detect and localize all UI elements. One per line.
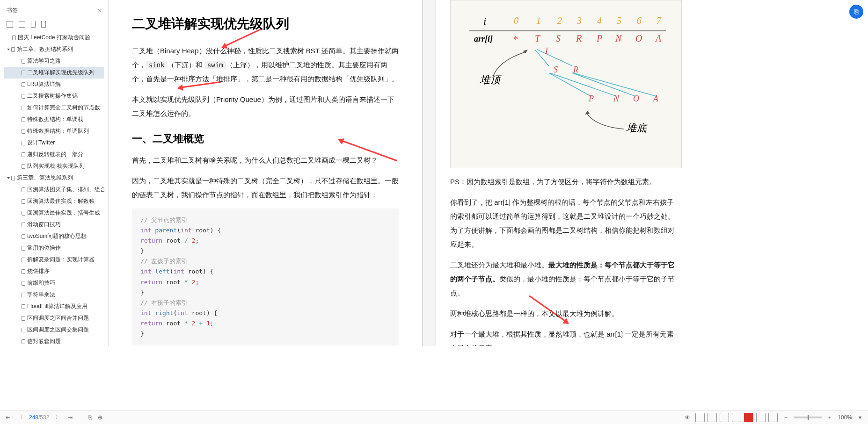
first-page-button[interactable]: ⇤ — [3, 412, 13, 423]
inline-code: sink — [146, 61, 168, 69]
bookmark-item[interactable]: 第二章、数据结构系列 — [4, 43, 104, 55]
zoom-control: − + 100% ▾ — [780, 412, 865, 423]
bookmark-icon — [22, 223, 25, 227]
svg-line-5 — [572, 73, 635, 96]
bookmark-item[interactable]: 特殊数据结构：单调栈 — [4, 114, 104, 125]
tool-icon[interactable] — [19, 21, 25, 28]
view-mode-icon[interactable]: ⎘ — [85, 412, 95, 423]
bookmark-item[interactable]: 二叉堆详解实现优先级队列 — [4, 67, 104, 79]
bookmark-item[interactable]: 回溯算法团灭子集、排列、组合问题 — [4, 184, 104, 195]
tool-icon[interactable] — [7, 21, 13, 28]
bookmark-item[interactable]: 滑动窗口技巧 — [4, 219, 104, 230]
layout-icon-active[interactable] — [744, 413, 753, 422]
bookmark-item[interactable]: 算法学习之路 — [4, 55, 104, 67]
bookmark-label: 字符串乘法 — [27, 291, 55, 299]
eye-icon[interactable]: 👁 — [682, 412, 693, 423]
bookmark-item[interactable]: 回溯算法最佳实践：括号生成 — [4, 207, 104, 219]
layout-icon[interactable] — [695, 413, 705, 422]
bookmark-item[interactable]: 队列实现栈|栈实现队列 — [4, 160, 104, 172]
svg-line-6 — [573, 73, 656, 96]
bookmark-item[interactable]: 回溯算法最佳实践：解数独 — [4, 195, 104, 207]
bookmark-item[interactable]: 字符串乘法 — [4, 289, 104, 301]
bookmark-icon — [22, 316, 25, 321]
bookmarks-sidebar: 书签 × 团灭 LeetCode 打家劫舍问题第二章、数据结构系列算法学习之路二… — [0, 0, 109, 346]
bookmark-label: twoSum问题的核心思想 — [27, 232, 87, 240]
bookmark-label: LRU算法详解 — [27, 80, 61, 88]
zoom-slider[interactable] — [794, 417, 822, 418]
bookmark-item[interactable]: 二叉搜索树操作集锦 — [4, 90, 104, 102]
bookmark-item[interactable]: LRU算法详解 — [4, 79, 104, 90]
bookmark-icon — [11, 47, 15, 52]
bookmark-item[interactable]: FloodFill算法详解及应用 — [4, 301, 104, 312]
current-page[interactable]: 248 — [29, 414, 38, 421]
bookmark-label: 拆解复杂问题：实现计算器 — [27, 256, 95, 264]
sidebar-title: 书签 — [7, 7, 18, 14]
bookmark-label: 前缀和技巧 — [27, 279, 55, 287]
bookmark-icon — [22, 59, 25, 64]
bookmark-label: 二叉堆详解实现优先级队列 — [27, 69, 95, 77]
tool-icon[interactable] — [31, 21, 36, 28]
bookmark-icon — [12, 36, 16, 40]
bookmark-icon — [22, 94, 25, 99]
bookmark-label: 第二章、数据结构系列 — [17, 45, 73, 53]
bookmark-item[interactable]: 第三章、算法思维系列 — [4, 172, 104, 184]
bookmark-label: 烧饼排序 — [27, 267, 50, 275]
paragraph: 因为，二叉堆其实就是一种特殊的二叉树（完全二叉树），只不过存储在数组里。一般的链… — [132, 174, 399, 202]
svg-line-4 — [550, 73, 617, 96]
paragraph: 对于一个最大堆，根据其性质，显然堆顶，也就是 arr[1] 一定是所有元素中最大… — [450, 327, 675, 346]
bookmark-item[interactable]: 团灭 LeetCode 打家劫舍问题 — [4, 32, 104, 43]
bookmark-label: 二叉搜索树操作集锦 — [27, 92, 78, 100]
bookmark-label: 滑动窗口技巧 — [27, 221, 61, 229]
bookmark-item[interactable]: 信封嵌套问题 — [4, 336, 104, 346]
zoom-level: 100% — [838, 414, 852, 421]
bookmark-label: 回溯算法最佳实践：解数独 — [27, 197, 95, 205]
layout-icon[interactable] — [756, 413, 766, 422]
tool-icon[interactable] — [41, 21, 46, 28]
paragraph: 二叉堆还分为最大堆和最小堆。最大堆的性质是：每个节点都大于等于它的两个子节点。类… — [450, 258, 675, 300]
bookmark-icon — [22, 234, 25, 239]
bookmark-icon — [22, 281, 25, 286]
prev-page-button[interactable]: 〈 — [15, 412, 25, 423]
bookmark-item[interactable]: 区间调度之区间合并问题 — [4, 312, 104, 324]
page-left: 二叉堆详解实现优先级队列 二叉堆（Binary Heap）没什么神秘，性质比二叉… — [109, 0, 422, 346]
bookmark-item[interactable]: 特殊数据结构：单调队列 — [4, 125, 104, 137]
bookmark-icon — [22, 129, 25, 134]
paragraph: 首先，二叉堆和二叉树有啥关系呢，为什么人们总数把二叉堆画成一棵二叉树？ — [132, 153, 399, 167]
bookmark-label: 区间调度之区间合并问题 — [27, 314, 89, 322]
bookmark-label: 常用的位操作 — [27, 244, 61, 252]
bookmark-item[interactable]: 区间调度之区间交集问题 — [4, 324, 104, 336]
zoom-in-button[interactable]: + — [824, 412, 835, 423]
layout-icon[interactable] — [768, 413, 778, 422]
layout-icon[interactable] — [720, 413, 729, 422]
layout-icon[interactable] — [708, 413, 717, 422]
next-page-button[interactable]: 〉 — [53, 412, 63, 423]
bookmark-icon — [22, 211, 25, 216]
bookmark-icon — [22, 339, 25, 344]
bookmark-item[interactable]: 烧饼排序 — [4, 266, 104, 277]
bookmark-icon — [22, 246, 25, 251]
bookmark-icon — [22, 71, 25, 75]
svg-line-2 — [537, 50, 572, 66]
bookmark-icon — [22, 117, 25, 122]
zoom-dropdown-icon[interactable]: ▾ — [855, 412, 865, 423]
last-page-button[interactable]: ⇥ — [65, 412, 75, 423]
float-action-button[interactable]: ⎘ — [849, 5, 863, 19]
bookmark-item[interactable]: 如何计算完全二叉树的节点数 — [4, 102, 104, 114]
bookmark-label: 第三章、算法思维系列 — [17, 174, 73, 182]
article-title: 二叉堆详解实现优先级队列 — [132, 15, 399, 33]
bookmark-item[interactable]: 前缀和技巧 — [4, 277, 104, 289]
bookmark-label: 特殊数据结构：单调队列 — [27, 127, 89, 135]
bookmark-item[interactable]: 递归反转链表的一部分 — [4, 149, 104, 160]
bookmark-item[interactable]: 常用的位操作 — [4, 242, 104, 254]
layout-icon[interactable] — [732, 413, 741, 422]
bookmark-label: 递归反转链表的一部分 — [27, 151, 83, 158]
bookmark-label: 队列实现栈|栈实现队列 — [27, 162, 85, 170]
close-icon[interactable]: × — [98, 7, 102, 14]
add-icon[interactable]: ⊕ — [95, 412, 105, 423]
bookmark-item[interactable]: 设计Twitter — [4, 137, 104, 149]
bookmark-item[interactable]: 拆解复杂问题：实现计算器 — [4, 254, 104, 266]
zoom-out-button[interactable]: − — [780, 412, 791, 423]
bookmark-label: 特殊数据结构：单调栈 — [27, 115, 83, 123]
bookmark-item[interactable]: twoSum问题的核心思想 — [4, 230, 104, 242]
bookmark-label: 回溯算法最佳实践：括号生成 — [27, 209, 100, 217]
